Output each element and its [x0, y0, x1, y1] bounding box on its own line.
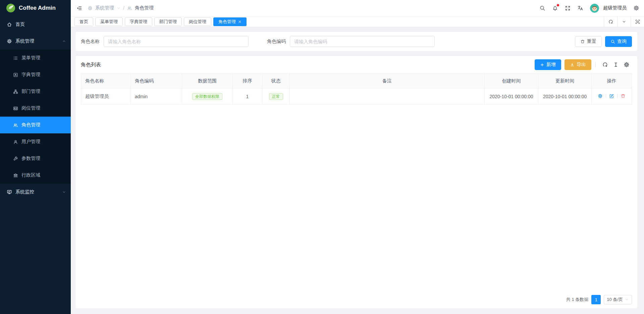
maximize-content-button[interactable]	[631, 16, 644, 27]
reset-button-label: 重置	[587, 39, 596, 45]
search-icon	[610, 39, 615, 44]
tab-close-icon[interactable]	[238, 20, 241, 23]
card-toolbar: 新增 导出	[535, 59, 632, 70]
dictionary-icon	[13, 72, 18, 77]
plus-icon	[540, 63, 544, 67]
avatar[interactable]	[590, 4, 599, 13]
fold-menu-icon[interactable]	[76, 5, 82, 11]
sidebar-item-label: 系统监控	[15, 189, 34, 195]
sidebar-item-admin-region[interactable]: 行政区域	[0, 167, 71, 184]
sidebar-item-label: 字典管理	[21, 72, 40, 78]
query-button[interactable]: 查询	[605, 36, 632, 47]
role-name-input[interactable]	[104, 36, 249, 47]
status-badge: 正常	[269, 93, 283, 100]
col-created: 创建时间	[485, 74, 538, 88]
fullscreen-icon[interactable]	[565, 5, 571, 11]
translate-icon[interactable]	[577, 5, 583, 11]
data-permission-icon[interactable]	[598, 93, 603, 99]
tab-label: 部门管理	[159, 19, 177, 25]
search-buttons: 重置 查询	[575, 36, 632, 47]
gear-icon	[88, 6, 93, 11]
sidebar-item-role-management[interactable]: 角色管理	[0, 117, 71, 133]
sidebar-item-param-management[interactable]: 参数管理	[0, 150, 71, 167]
sidebar-item-home[interactable]: 首页	[0, 16, 71, 33]
app-logo[interactable]: Coffee Admin	[0, 0, 71, 16]
chevron-up-icon	[62, 39, 66, 43]
tab-home[interactable]: 首页	[74, 17, 93, 26]
cell-created: 2020-10-01 00:00:00	[485, 88, 538, 105]
sidebar-submenu: 菜单管理 字典管理 部门管理 岗位管理 角色管理 用户管理 参数管理 行政区域	[0, 50, 71, 184]
sidebar-item-post-management[interactable]: 岗位管理	[0, 100, 71, 117]
table-row[interactable]: 超级管理员 admin 全部数据权限 1 正常 2020-10-01 00:00…	[81, 88, 632, 105]
tab-dept-management[interactable]: 部门管理	[154, 17, 182, 26]
add-button-label: 新增	[546, 62, 556, 68]
page-size-select[interactable]: 10 条/页	[604, 295, 632, 304]
tabs-dropdown-button[interactable]	[617, 16, 631, 27]
toolbar-divider	[595, 62, 596, 67]
sidebar-item-user-management[interactable]: 用户管理	[0, 133, 71, 150]
sidebar-item-menu-management[interactable]: 菜单管理	[0, 50, 71, 66]
export-button-label: 导出	[577, 62, 586, 68]
delete-icon[interactable]	[621, 93, 626, 99]
username[interactable]: 超级管理员	[603, 5, 627, 11]
cell-data-scope: 全部数据权限	[182, 88, 233, 105]
table-wrapper: 角色名称 角色编码 数据范围 排序 状态 备注 创建时间 更新时间 操作	[75, 73, 637, 105]
refresh-icon	[608, 19, 613, 24]
role-people-icon	[127, 6, 132, 11]
page-button-1[interactable]: 1	[591, 295, 601, 304]
settings-gear-icon[interactable]	[633, 5, 639, 11]
pagination: 共 1 条数据 1 10 条/页	[75, 295, 637, 308]
sidebar-item-dept-management[interactable]: 部门管理	[0, 83, 71, 100]
home-icon	[7, 22, 12, 27]
org-tree-icon	[13, 89, 18, 94]
trash-icon	[580, 39, 585, 44]
download-icon	[570, 62, 575, 67]
action-divider	[606, 94, 606, 98]
refresh-table-icon[interactable]	[602, 62, 608, 68]
tags-controls	[604, 16, 644, 27]
tags-bar: 首页 菜单管理 字典管理 部门管理 岗位管理 角色管理	[71, 16, 644, 27]
sidebar-item-dict-management[interactable]: 字典管理	[0, 66, 71, 83]
chevron-down-icon	[625, 298, 629, 302]
list-icon	[13, 56, 18, 61]
role-code-input[interactable]	[290, 36, 435, 47]
tab-role-management[interactable]: 角色管理	[213, 17, 247, 26]
tab-dict-management[interactable]: 字典管理	[125, 17, 152, 26]
edit-icon[interactable]	[609, 93, 614, 99]
cell-role-code: admin	[131, 88, 182, 105]
add-button[interactable]: 新增	[535, 59, 561, 70]
sidebar-item-system-monitor[interactable]: 系统监控	[0, 184, 71, 200]
action-divider	[617, 94, 618, 98]
chevron-down-icon[interactable]	[117, 6, 120, 10]
notification-bell[interactable]	[552, 5, 558, 11]
data-scope-badge: 全部数据权限	[192, 93, 222, 100]
col-role-name: 角色名称	[81, 74, 131, 88]
refresh-page-button[interactable]	[604, 16, 617, 27]
wrench-icon	[13, 156, 18, 161]
tab-label: 岗位管理	[189, 19, 206, 25]
tab-post-management[interactable]: 岗位管理	[184, 17, 211, 26]
tab-menu-management[interactable]: 菜单管理	[95, 17, 123, 26]
pagination-total: 共 1 条数据	[566, 297, 588, 303]
chevron-down-icon	[622, 19, 627, 24]
col-actions: 操作	[592, 74, 632, 88]
row-density-icon[interactable]	[613, 62, 619, 68]
column-settings-icon[interactable]	[624, 62, 630, 68]
col-status: 状态	[262, 74, 290, 88]
sidebar-item-system-management[interactable]: 系统管理	[0, 33, 71, 50]
gear-icon	[7, 39, 12, 44]
sidebar-item-label: 系统管理	[15, 38, 34, 44]
search-icon[interactable]	[539, 5, 545, 11]
export-button[interactable]: 导出	[565, 59, 591, 70]
sidebar-item-label: 角色管理	[21, 122, 40, 128]
page-content: 角色名称 角色编码 重置 查询 角色列表	[71, 27, 644, 314]
col-sort: 排序	[233, 74, 262, 88]
reset-button[interactable]: 重置	[575, 36, 602, 47]
sidebar-item-label: 部门管理	[21, 88, 40, 95]
main-area: 系统管理 / 角色管理 超级管理员 首页 菜单管理 字典管理 部门管理 岗位管理	[71, 0, 644, 314]
sidebar-item-label: 岗位管理	[21, 105, 40, 111]
page-size-value: 10 条/页	[607, 297, 623, 303]
user-icon	[13, 139, 18, 144]
col-role-code: 角色编码	[131, 74, 182, 88]
breadcrumb-parent[interactable]: 系统管理	[95, 5, 114, 11]
